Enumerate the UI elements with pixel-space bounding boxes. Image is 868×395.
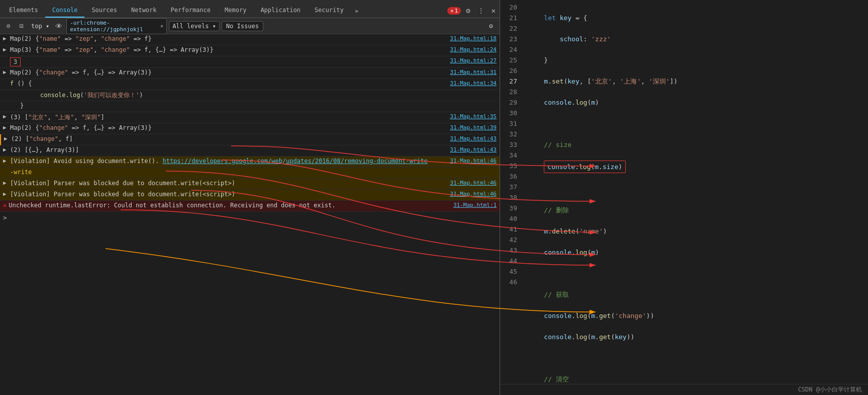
line-num: 24 — [500, 44, 517, 55]
console-settings-icon[interactable]: ⚙ — [486, 21, 497, 32]
line-source[interactable]: 31-Map.html:18 — [450, 35, 497, 42]
main-area: Elements Console Sources Network Perform… — [0, 0, 868, 395]
code-content: let key = { school: 'zzz' } m.set(key, [… — [522, 0, 868, 384]
tab-application[interactable]: Application — [253, 4, 307, 18]
line-content: [Violation] Parser was blocked due to do… — [10, 180, 446, 187]
line-num: 22 — [500, 23, 517, 34]
tab-console[interactable]: Console — [45, 4, 85, 18]
eye-icon[interactable]: 👁 — [53, 21, 64, 32]
line-num: 39 — [500, 203, 517, 213]
expand-arrow[interactable]: ▶ — [3, 113, 8, 120]
line-content: Map(2) {"name" => "zep", "change" => f} — [10, 35, 446, 42]
line-num: 45 — [500, 266, 517, 277]
code-line: console.log(m.get(key)) — [528, 332, 862, 342]
more-options-icon[interactable]: ⋮ — [475, 6, 487, 16]
line-content: [Violation] Parser was blocked due to do… — [10, 191, 446, 198]
line-content: console.log('我们可以改变你！') — [10, 91, 497, 100]
code-bottom-bar: CSDN @小小白学计算机 — [500, 384, 868, 395]
line-num: 20 — [500, 2, 517, 13]
line-num: 38 — [500, 192, 517, 203]
line-num: 46 — [500, 277, 517, 287]
expand-arrow[interactable]: ▶ — [4, 135, 9, 142]
line-content: (2) [{…}, Array(3)] — [10, 146, 446, 153]
url-filter-clear[interactable]: ✕ — [160, 23, 163, 29]
cursor-prompt-icon: > — [3, 214, 7, 221]
line-numbers: 20 21 22 23 24 25 26 27 28 29 30 31 32 3… — [500, 0, 522, 384]
line-num: 35 — [500, 161, 517, 171]
line-source[interactable]: 31-Map.html:1 — [453, 202, 497, 208]
tab-more[interactable]: » — [351, 5, 362, 18]
console-output: ▶ Map(2) {"name" => "zep", "change" => f… — [0, 34, 500, 395]
line-source[interactable]: 31-Map.html:39 — [450, 124, 497, 131]
line-num: 26 — [500, 65, 517, 76]
url-filter-input[interactable]: -url:chrome-extension://jgphnjokjl ✕ — [66, 18, 167, 34]
expand-arrow[interactable]: ▶ — [3, 35, 8, 42]
code-line: // 清空 — [528, 374, 862, 384]
line-source[interactable]: 31-Map.html:24 — [450, 46, 497, 53]
no-issues-button[interactable]: No Issues — [222, 21, 263, 31]
line-num: 41 — [500, 224, 517, 234]
tab-memory[interactable]: Memory — [218, 4, 253, 18]
line-source[interactable]: 31-Map.html:46 — [450, 191, 497, 197]
expand-arrow[interactable]: ▶ — [3, 69, 8, 75]
line-content: -write — [10, 169, 497, 176]
expand-arrow[interactable]: ▶ — [3, 180, 8, 186]
line-source[interactable]: 31-Map.html:43 — [450, 146, 497, 153]
expand-arrow[interactable]: ▶ — [3, 157, 8, 164]
console-line-outlined-orange: ▶ (2) ["change", f] 31-Map.html:43 — [0, 134, 500, 145]
expand-arrow[interactable]: ▶ — [3, 146, 8, 153]
toggle-sidebar-button[interactable]: ⊡ — [16, 21, 27, 32]
line-source[interactable]: 31-Map.html:43 — [450, 135, 497, 142]
code-line: let key = { — [528, 13, 862, 23]
line-num: 31 — [500, 118, 517, 129]
clear-console-button[interactable]: ⊘ — [3, 21, 14, 32]
console-line: ▶ Map(2) {"change" => f, {…} => Array(3)… — [0, 123, 500, 134]
line-num: 42 — [500, 234, 517, 245]
tab-network[interactable]: Network — [124, 4, 164, 18]
line-source[interactable]: 31-Map.html:34 — [450, 80, 497, 87]
tab-elements[interactable]: Elements — [2, 4, 45, 18]
violation-link[interactable]: https://developers.google.com/web/update… — [162, 157, 427, 165]
line-source[interactable]: 31-Map.html:46 — [450, 157, 497, 164]
code-line — [528, 268, 862, 279]
code-line: // size — [528, 139, 862, 150]
tab-sources[interactable]: Sources — [84, 4, 124, 18]
expand-arrow[interactable]: ▶ — [3, 191, 8, 197]
console-line-violation4: ▶ [Violation] Parser was blocked due to … — [0, 190, 500, 201]
line-content: Map(2) {"change" => f, {…} => Array(3)} — [10, 124, 446, 131]
line-content: Map(3) {"name" => "zep", "change" => f, … — [10, 46, 446, 53]
line-num: 44 — [500, 256, 517, 266]
expand-arrow[interactable]: ▶ — [3, 124, 8, 131]
devtools-tabs: Elements Console Sources Network Perform… — [0, 0, 500, 18]
console-line: ▶ Map(2) {"name" => "zep", "change" => f… — [0, 34, 500, 45]
tab-security[interactable]: Security — [308, 4, 351, 18]
line-source[interactable]: 31-Map.html:27 — [450, 57, 497, 64]
error-badge: ✕ 1 — [447, 7, 461, 15]
line-source[interactable]: 31-Map.html:46 — [450, 180, 497, 186]
top-dropdown[interactable]: top ▾ — [29, 21, 51, 32]
code-line: m.set(key, ['北京', '上海', '深圳']) — [528, 76, 862, 87]
line-num: 43 — [500, 245, 517, 256]
close-devtools-button[interactable]: ✕ — [490, 6, 498, 16]
code-line: // 获取 — [528, 289, 862, 300]
log-level-dropdown[interactable]: All levels ▾ — [169, 21, 220, 31]
attribution: CSDN @小小白学计算机 — [798, 385, 862, 394]
console-line-indented: console.log('我们可以改变你！') — [0, 90, 500, 101]
code-line: } — [528, 55, 862, 65]
line-num: 36 — [500, 171, 517, 182]
code-line: school: 'zzz' — [528, 34, 862, 44]
line-source[interactable]: 31-Map.html:35 — [450, 113, 497, 120]
code-line — [528, 353, 862, 363]
line-source[interactable]: 31-Map.html:31 — [450, 69, 497, 75]
console-line-violation2: -write — [0, 168, 500, 179]
console-line: f () { 31-Map.html:34 — [0, 79, 500, 90]
line-content: } — [10, 102, 497, 109]
line-num: 21 — [500, 13, 517, 23]
code-editor-panel: 20 21 22 23 24 25 26 27 28 29 30 31 32 3… — [500, 0, 868, 395]
settings-icon[interactable]: ⚙ — [464, 6, 472, 16]
tab-performance[interactable]: Performance — [164, 4, 218, 18]
line-content: f () { — [10, 80, 446, 87]
line-num: 40 — [500, 213, 517, 224]
line-num: 32 — [500, 129, 517, 139]
expand-arrow[interactable]: ▶ — [3, 46, 8, 53]
